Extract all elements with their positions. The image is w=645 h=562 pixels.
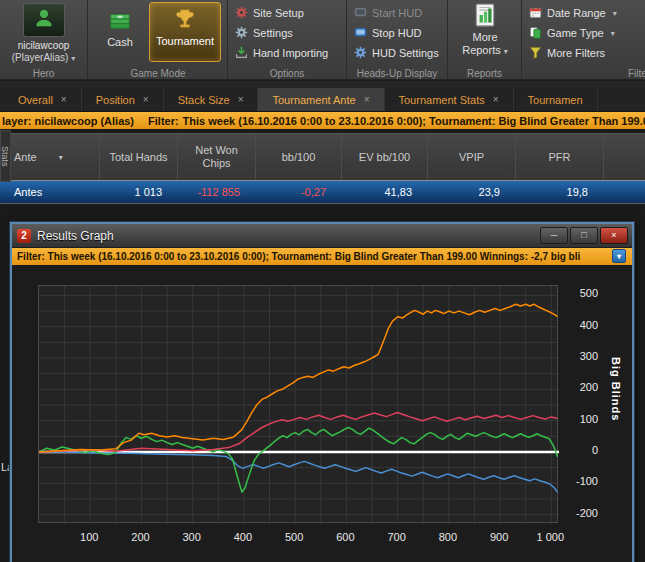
tab-stack-size[interactable]: Stack Size × bbox=[164, 88, 259, 111]
active-filter-bar[interactable]: layer: nicilawcoop (Alias) Filter: This … bbox=[0, 112, 645, 129]
site-setup-button[interactable]: Site Setup bbox=[235, 4, 304, 22]
chevron-down-icon: ▾ bbox=[504, 47, 508, 56]
column-header-vpip[interactable]: VPIP bbox=[428, 134, 516, 180]
series-green bbox=[39, 428, 558, 493]
tab-tournament-clipped[interactable]: Tournamen bbox=[514, 88, 598, 111]
ribbon-tab-divider bbox=[0, 81, 645, 88]
x-axis-tick-label: 200 bbox=[118, 531, 162, 543]
ribbon-group-filters: Date Range ▾ Game Type ▾ More Filters Fi… bbox=[522, 0, 645, 80]
group-label-game-mode: Game Mode bbox=[89, 68, 227, 79]
settings-button[interactable]: Settings bbox=[235, 24, 293, 42]
ribbon-group-reports: More Reports ▾ Reports bbox=[448, 0, 522, 80]
gear-icon bbox=[235, 6, 248, 21]
cell-net-won-chips: -112 855 bbox=[178, 181, 256, 203]
group-label-hud: Heads-Up Display bbox=[347, 68, 447, 79]
app-window: nicilawcoop (PlayerAlias) ▾ Hero Cash To… bbox=[0, 0, 645, 562]
y-axis-tick-label: 0 bbox=[564, 444, 598, 456]
column-header-bb100[interactable]: bb/100 bbox=[256, 134, 342, 180]
x-axis-tick-label: 800 bbox=[426, 531, 470, 543]
tab-position[interactable]: Position × bbox=[82, 88, 164, 111]
table-row-antes[interactable]: Antes 1 013 -112 855 -0,27 41,83 23,9 19… bbox=[0, 181, 645, 204]
app-window-icon: 2 bbox=[17, 229, 31, 243]
group-label-filters: Filters bbox=[628, 68, 645, 79]
report-chart-icon bbox=[472, 2, 498, 31]
chevron-down-icon: ▾ bbox=[71, 54, 75, 63]
minimize-button[interactable]: ─ bbox=[540, 227, 568, 244]
hero-avatar[interactable] bbox=[23, 3, 65, 37]
x-axis-tick-label: 300 bbox=[170, 531, 214, 543]
gear-icon bbox=[354, 46, 367, 61]
x-axis-tick-label: 900 bbox=[477, 531, 521, 543]
ribbon-group-hero: nicilawcoop (PlayerAlias) ▾ Hero bbox=[0, 0, 88, 80]
hud-settings-button[interactable]: HUD Settings bbox=[354, 44, 439, 62]
ribbon: nicilawcoop (PlayerAlias) ▾ Hero Cash To… bbox=[0, 0, 645, 80]
hand-importing-button[interactable]: Hand Importing bbox=[235, 44, 328, 62]
cell-total-hands: 1 013 bbox=[100, 181, 178, 203]
close-icon[interactable]: × bbox=[364, 94, 370, 105]
start-hud-button: Start HUD bbox=[354, 4, 422, 22]
game-type-button[interactable]: Game Type ▾ bbox=[529, 24, 615, 42]
y-axis-tick-label: 500 bbox=[564, 287, 598, 299]
hero-player-name[interactable]: nicilawcoop bbox=[0, 40, 87, 51]
group-label-hero: Hero bbox=[0, 68, 87, 79]
window-controls: ─ □ × bbox=[540, 227, 628, 244]
column-header-ev-bb100[interactable]: EV bb/100 bbox=[342, 134, 428, 180]
cell-pfr: 19,8 bbox=[516, 181, 604, 203]
tab-tournament-ante[interactable]: Tournament Ante × bbox=[258, 88, 384, 111]
column-header-total-hands[interactable]: Total Hands bbox=[100, 134, 178, 180]
graph-filter-text: Filter: This week (16.10.2016 0:00 to 23… bbox=[17, 251, 580, 262]
more-filters-button[interactable]: More Filters bbox=[529, 44, 605, 62]
filter-player-text: layer: nicilawcoop (Alias) bbox=[2, 115, 134, 127]
window-title: Results Graph bbox=[37, 229, 114, 243]
series-red bbox=[39, 413, 558, 453]
chevron-down-icon: ▾ bbox=[613, 9, 617, 18]
cash-icon bbox=[108, 8, 132, 34]
date-range-button[interactable]: Date Range ▾ bbox=[529, 4, 617, 22]
maximize-button[interactable]: □ bbox=[570, 227, 598, 244]
column-header-net-won-chips[interactable]: Net Won Chips bbox=[178, 134, 256, 180]
person-icon bbox=[33, 7, 55, 33]
ribbon-group-game-mode: Cash Tournament Game Mode bbox=[89, 0, 228, 80]
y-axis-tick-label: 400 bbox=[564, 319, 598, 331]
close-icon[interactable]: × bbox=[61, 94, 67, 105]
window-title-bar[interactable]: 2 Results Graph ─ □ × bbox=[12, 224, 632, 248]
cards-icon bbox=[529, 26, 542, 41]
cash-button[interactable]: Cash bbox=[94, 3, 146, 61]
stop-hud-button[interactable]: Stop HUD bbox=[354, 24, 422, 42]
tournament-button[interactable]: Tournament bbox=[149, 2, 221, 62]
row-label: Antes bbox=[0, 181, 100, 203]
close-icon[interactable]: × bbox=[493, 94, 499, 105]
chevron-down-icon[interactable]: ▾ bbox=[59, 151, 63, 164]
filter-value-text: This week (16.10.2016 0:00 to 23.10.2016… bbox=[183, 115, 645, 127]
x-axis-tick-label: 600 bbox=[323, 531, 367, 543]
more-reports-button[interactable]: More Reports ▾ bbox=[452, 2, 518, 64]
x-axis-tick-label: 1 000 bbox=[528, 531, 572, 543]
close-icon[interactable]: × bbox=[143, 94, 149, 105]
hero-alias[interactable]: (PlayerAlias) ▾ bbox=[0, 52, 87, 63]
graph-filter-bar[interactable]: Filter: This week (16.10.2016 0:00 to 23… bbox=[12, 248, 632, 265]
y-axis-tick-label: 300 bbox=[564, 350, 598, 362]
y-axis-tick-label: 200 bbox=[564, 381, 598, 393]
tab-tournament-stats[interactable]: Tournament Stats × bbox=[385, 88, 514, 111]
ribbon-group-hud: Start HUD Stop HUD HUD Settings Heads-Up… bbox=[347, 0, 448, 80]
y-axis-tick-label: -200 bbox=[564, 507, 598, 519]
report-tab-bar: Overall × Position × Stack Size × Tourna… bbox=[0, 88, 645, 112]
column-header-pfr[interactable]: PFR bbox=[516, 134, 604, 180]
column-header-ante[interactable]: Ante ▾ bbox=[0, 134, 100, 180]
hud-monitor-icon bbox=[354, 26, 367, 41]
tab-overall[interactable]: Overall × bbox=[4, 88, 82, 111]
trophy-icon bbox=[173, 7, 197, 33]
y-axis-tick-label: -100 bbox=[564, 475, 598, 487]
import-arrow-icon bbox=[235, 46, 248, 61]
filter-label: Filter: bbox=[148, 115, 179, 127]
results-graph-area: Big Blinds 1002003004005006007008009001 … bbox=[12, 265, 632, 562]
filter-expander-icon[interactable]: ▾ bbox=[612, 249, 626, 263]
stats-side-tab[interactable]: Stats bbox=[0, 130, 11, 182]
close-icon[interactable]: × bbox=[238, 94, 244, 105]
series-blue bbox=[39, 452, 558, 492]
graph-plot[interactable] bbox=[38, 285, 558, 523]
close-button[interactable]: × bbox=[600, 227, 628, 244]
funnel-icon bbox=[529, 46, 542, 61]
results-graph-window: 2 Results Graph ─ □ × Filter: This week … bbox=[10, 222, 634, 562]
calendar-icon bbox=[529, 6, 542, 21]
